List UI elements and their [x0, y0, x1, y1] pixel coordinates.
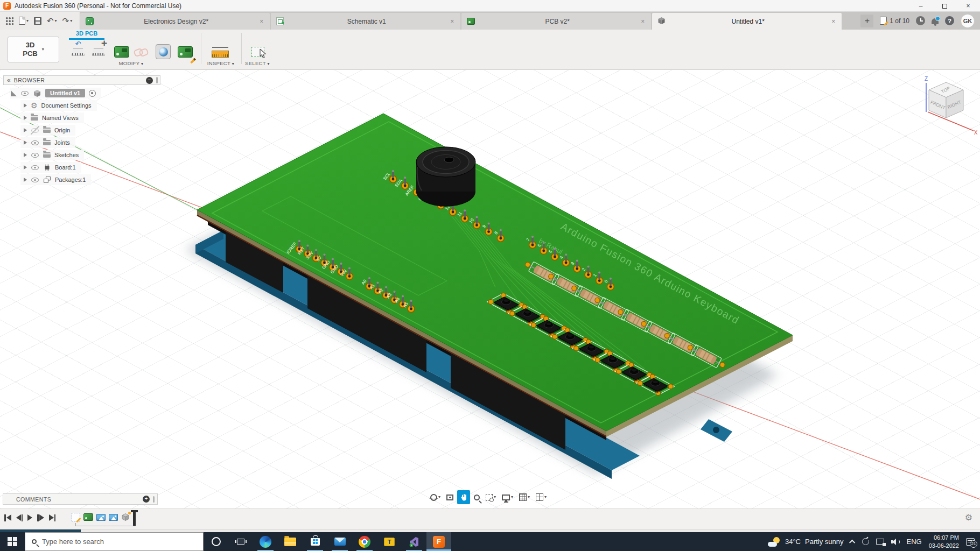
visibility-eye-icon[interactable]	[31, 163, 39, 172]
activate-component-radio[interactable]	[89, 90, 96, 97]
tray-volume-icon[interactable]	[891, 539, 900, 545]
collapse-panel-icon[interactable]: «	[7, 77, 11, 83]
maximize-button[interactable]	[933, 0, 956, 12]
timeline-image-feature[interactable]	[109, 514, 118, 521]
visibility-eye-icon[interactable]	[31, 175, 39, 184]
help-icon[interactable]: ?	[945, 16, 954, 25]
expand-icon[interactable]	[24, 153, 27, 157]
search-input[interactable]	[42, 538, 197, 546]
step-forward-button[interactable]	[37, 513, 44, 522]
visibility-eye-icon[interactable]	[31, 151, 39, 159]
root-label[interactable]: Untitled v1	[45, 89, 85, 97]
close-tab-icon[interactable]: ×	[830, 18, 836, 25]
undo-button[interactable]: ↶▾	[47, 17, 57, 25]
tray-clock[interactable]: 06:07 PM 03-06-2022	[929, 534, 959, 549]
timeline-image-feature[interactable]	[96, 514, 106, 521]
step-back-button[interactable]	[16, 513, 23, 522]
select-tool-button[interactable]	[249, 43, 267, 61]
tree-item-packages[interactable]: Packages:1	[20, 174, 91, 185]
minimize-button[interactable]: –	[909, 0, 933, 12]
taskbar-mail[interactable]	[327, 532, 352, 551]
view-cube[interactable]: TOP FRONT RIGHT Z X	[913, 74, 980, 144]
go-to-end-button[interactable]	[49, 513, 56, 522]
task-view-button[interactable]	[228, 532, 253, 551]
tab-schematic[interactable]: Schematic v1 ×	[271, 13, 460, 30]
tree-item-joints[interactable]: Joints	[20, 137, 75, 148]
taskbar-search[interactable]	[25, 532, 204, 551]
pan-button[interactable]	[457, 490, 470, 504]
component-color-button[interactable]	[154, 43, 172, 61]
expand-comments-icon[interactable]: +	[143, 496, 150, 503]
3d-viewport[interactable]: Arduino Fusion 360 Arduino Keyboard by R…	[0, 70, 980, 508]
close-tab-icon[interactable]: ×	[640, 18, 646, 25]
select-menu[interactable]: SELECT ▾	[240, 60, 275, 66]
app-launcher-icon[interactable]	[5, 17, 13, 25]
file-menu-button[interactable]: ▾	[19, 17, 29, 25]
taskbar-file-explorer[interactable]	[278, 532, 303, 551]
expand-icon[interactable]	[24, 103, 27, 108]
tray-network-icon[interactable]	[876, 539, 884, 545]
look-at-button[interactable]	[444, 490, 456, 504]
expand-icon[interactable]	[24, 165, 27, 169]
comments-panel[interactable]: COMMENTS +	[3, 493, 158, 505]
taskbar-store[interactable]	[303, 532, 327, 551]
save-button[interactable]	[34, 17, 41, 25]
start-button[interactable]	[0, 532, 25, 551]
timeline-board-feature[interactable]	[83, 513, 93, 521]
minimize-panel-icon[interactable]: −	[146, 77, 153, 84]
tab-electronics-design[interactable]: Electronics Design v2* ×	[80, 13, 270, 30]
taskbar-tally[interactable]: T	[377, 532, 402, 551]
taskbar-visual-studio[interactable]	[402, 532, 426, 551]
taskbar-weather[interactable]: 34°C Partly sunny	[768, 537, 844, 547]
recent-files-icon[interactable]	[916, 16, 925, 25]
cortana-button[interactable]	[204, 532, 228, 551]
taskbar-fusion360-active[interactable]: F	[426, 532, 451, 551]
visibility-eye-icon[interactable]	[31, 138, 39, 147]
expand-icon[interactable]	[24, 128, 27, 132]
tree-item-origin[interactable]: Origin	[20, 125, 75, 136]
panel-resize-handle[interactable]	[153, 496, 155, 503]
move-component-button[interactable]: ✛	[89, 43, 108, 61]
zoom-window-button[interactable]: ▾	[484, 490, 498, 504]
new-tab-button[interactable]: +	[860, 15, 873, 27]
job-status-button[interactable]: 1 of 10	[880, 17, 909, 25]
timeline-package-feature[interactable]	[121, 513, 130, 521]
tab-untitled[interactable]: Untitled v1* ×	[652, 13, 842, 30]
visibility-eye-icon[interactable]	[20, 89, 29, 97]
viewports-button[interactable]: ▾	[534, 490, 549, 504]
tree-item-document-settings[interactable]: ⚙ Document Settings	[20, 100, 97, 111]
taskbar-chrome[interactable]	[352, 532, 377, 551]
expand-icon[interactable]	[24, 116, 27, 120]
display-settings-button[interactable]: ▾	[500, 490, 515, 504]
tray-language[interactable]: ENG	[907, 538, 922, 546]
tree-item-named-views[interactable]: Named Views	[20, 112, 84, 123]
board-tool-button[interactable]	[113, 43, 131, 61]
redo-button[interactable]: ↷▾	[62, 17, 73, 25]
visibility-eye-off-icon[interactable]	[31, 126, 39, 135]
rotate-component-button[interactable]: ↶	[69, 43, 87, 61]
close-tab-icon[interactable]: ×	[258, 18, 264, 25]
account-avatar[interactable]: GK	[961, 14, 975, 28]
close-button[interactable]: ×	[956, 0, 980, 12]
go-to-start-button[interactable]	[4, 513, 11, 522]
action-center-icon[interactable]: 21	[966, 538, 975, 546]
close-tab-icon[interactable]: ×	[449, 18, 455, 25]
timeline-settings-gear-icon[interactable]: ⚙	[965, 513, 972, 522]
tab-pcb[interactable]: PCB v2* ×	[461, 13, 651, 30]
expand-icon[interactable]	[24, 178, 27, 182]
timeline-sketch-feature[interactable]	[72, 513, 80, 521]
tree-item-sketches[interactable]: Sketches	[20, 150, 84, 160]
tree-item-root[interactable]: Untitled v1	[10, 88, 101, 98]
inspect-menu[interactable]: INSPECT ▾	[202, 60, 240, 66]
grid-settings-button[interactable]: ▾	[517, 490, 532, 504]
timeline-position-marker[interactable]	[133, 510, 136, 526]
show-hidden-icons-chevron[interactable]	[849, 539, 855, 545]
zoom-button[interactable]	[472, 490, 482, 504]
play-button[interactable]	[27, 513, 32, 522]
ribbon-tab-3d-pcb[interactable]: 3D PCB	[68, 30, 106, 37]
notifications-bell-icon[interactable]	[932, 18, 939, 24]
edit-board-button[interactable]	[176, 43, 194, 61]
modify-menu[interactable]: MODIFY ▾	[106, 60, 157, 66]
tree-item-board[interactable]: Board:1	[20, 162, 81, 173]
tray-rotation-lock-icon[interactable]	[862, 538, 869, 545]
